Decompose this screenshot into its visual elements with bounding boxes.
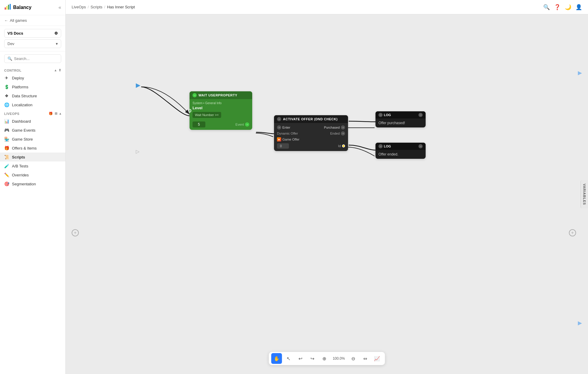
end-arrow-bottom: ▶ (578, 320, 582, 326)
back-arrow-icon: ← (4, 18, 8, 23)
log2-message: Offer ended. (378, 152, 398, 156)
cursor-icon: ↖ (287, 356, 290, 361)
sidebar-item-ab-tests[interactable]: 🧪 A/B Tests (0, 161, 65, 170)
log2-title: LOG (384, 144, 391, 148)
sidebar: Balancy « ← All games VS Docs ⚙ Dev ▾ 🔍 … (0, 0, 66, 374)
log1-header: → LOG → (375, 111, 426, 118)
breadcrumb-sep-2: / (104, 5, 105, 9)
activate-game-offer-label: Game Offer (282, 138, 299, 141)
sidebar-item-game-events[interactable]: 🎮 Game Events (0, 126, 65, 135)
sidebar-item-deploy[interactable]: ✈ Deploy (0, 73, 65, 82)
offers-icon: 🎁 (4, 146, 9, 150)
log-node-2[interactable]: → LOG → Offer ended. (375, 143, 426, 159)
segmentation-icon: 🎯 (4, 181, 9, 186)
theme-icon[interactable]: 🌙 (565, 4, 571, 10)
search-topbar-icon[interactable]: 🔍 (543, 4, 550, 10)
activate-id-row: 0 Id (277, 143, 345, 149)
breadcrumb: LiveOps / Scripts / Has Inner Script (72, 5, 135, 9)
zoom-in-icon: ⊕ (322, 356, 326, 361)
svg-rect-2 (8, 5, 9, 10)
wait-event-label: Event (235, 123, 244, 126)
account-icon[interactable]: 👤 (575, 4, 582, 10)
sidebar-item-segmentation[interactable]: 🎯 Segmentation (0, 179, 65, 188)
game-offer-icon: ■ (277, 137, 281, 141)
zoom-out-icon: ⊖ (351, 356, 355, 361)
breadcrumb-current: Has Inner Script (107, 5, 135, 9)
app-logo: Balancy (4, 4, 31, 11)
sidebar-item-offers-items[interactable]: 🎁 Offers & Items (0, 144, 65, 153)
chevron-down-icon: ▾ (56, 41, 58, 46)
canvas-arrow-left: ▷ (136, 149, 139, 154)
wait-node-path: System • General Info (193, 101, 249, 105)
sidebar-item-platforms[interactable]: 💲 Platforms (0, 82, 65, 91)
activate-dynamic-label: Dynamic Offer (277, 132, 298, 135)
canvas[interactable]: ▶ ▶ ▶ ▷ → WAIT USERPROPERTY System • Gen… (66, 14, 588, 374)
project-name-row[interactable]: VS Docs ⚙ (4, 29, 61, 38)
hand-tool-button[interactable]: ✋ (271, 353, 282, 364)
all-games-link[interactable]: ← All games (0, 15, 65, 26)
activate-offer-node[interactable]: → ACTIVATE OFFER (DND CHECK) → Enter Pur… (274, 115, 348, 151)
app-name: Balancy (13, 5, 31, 10)
help-icon[interactable]: ❓ (554, 4, 561, 10)
fit-button[interactable]: ⇔ (360, 353, 370, 364)
zoom-out-button[interactable]: ⊖ (348, 353, 358, 364)
settings-icon[interactable]: ⚙ (54, 31, 58, 36)
variables-panel-toggle[interactable]: VARIABLES (581, 180, 588, 209)
activate-node-header: → ACTIVATE OFFER (DND CHECK) (274, 115, 348, 123)
chevron-up-icon[interactable]: ▴ (55, 68, 57, 72)
dashboard-icon: 📊 (4, 119, 9, 124)
project-name: VS Docs (7, 31, 23, 36)
breadcrumb-liveops[interactable]: LiveOps (72, 5, 86, 9)
chart-icon: 📈 (374, 356, 380, 361)
sidebar-item-data-structure[interactable]: ❖ Data Structure (0, 91, 65, 100)
hand-icon: ✋ (274, 356, 280, 361)
activate-node-title: ACTIVATE OFFER (DND CHECK) (283, 117, 338, 121)
log1-port-out: → (418, 113, 423, 117)
breadcrumb-sep-1: / (88, 5, 89, 9)
sidebar-item-scripts[interactable]: 📜 Scripts (0, 153, 65, 161)
redo-button[interactable]: ↪ (307, 353, 318, 364)
wait-userproperty-node[interactable]: → WAIT USERPROPERTY System • General Inf… (190, 91, 252, 130)
wait-node-field: Level (193, 106, 249, 110)
log-node-1[interactable]: → LOG → Offer purchased! (375, 111, 426, 127)
environment-row[interactable]: Dev ▾ (4, 39, 61, 48)
sidebar-item-overrides[interactable]: ✏️ Overrides (0, 170, 65, 179)
wait-event-port: → (245, 122, 249, 127)
svg-rect-3 (10, 4, 11, 10)
search-input[interactable] (14, 56, 58, 61)
undo-button[interactable]: ↩ (295, 353, 306, 364)
share-icon[interactable]: ⬆ (59, 68, 61, 72)
chevron-up-icon[interactable]: ▴ (59, 112, 61, 116)
sidebar-item-localization[interactable]: 🌐 Localization (0, 100, 65, 109)
breadcrumb-scripts[interactable]: Scripts (90, 5, 102, 9)
sidebar-item-dashboard[interactable]: 📊 Dashboard (0, 117, 65, 126)
activate-game-offer-row: ■ Game Offer (277, 137, 345, 141)
zoom-in-button[interactable]: ⊕ (319, 353, 330, 364)
liveops-section-header: LIVEOPS 🎁 ⊞ ▴ (0, 109, 65, 117)
log2-port-out: → (418, 144, 423, 148)
topbar: LiveOps / Scripts / Has Inner Script 🔍 ❓… (66, 0, 588, 14)
undo-icon: ↩ (298, 356, 302, 361)
chart-button[interactable]: 📈 (372, 353, 382, 364)
log1-body: Offer purchased! (375, 118, 426, 127)
game-store-icon: 🏪 (4, 137, 9, 141)
sidebar-item-game-store[interactable]: 🏪 Game Store (0, 135, 65, 144)
plus-corner-bottom-right[interactable]: + (569, 229, 576, 236)
svg-rect-1 (6, 6, 7, 10)
log1-port-in: → (378, 113, 383, 117)
plus-corner-bottom-left[interactable]: + (72, 229, 79, 236)
environment-label: Dev (7, 41, 14, 46)
activate-ended-label: Ended (330, 132, 340, 135)
sidebar-collapse-button[interactable]: « (59, 5, 61, 10)
wait-value[interactable]: 5 (193, 121, 205, 127)
cursor-tool-button[interactable]: ↖ (283, 353, 294, 364)
activate-enter-purchased-row: → Enter Purchased → (277, 125, 345, 130)
overrides-icon: ✏️ (4, 173, 9, 177)
gift-icon[interactable]: 🎁 (49, 112, 53, 116)
log2-body: Offer ended. (375, 150, 426, 159)
search-box[interactable]: 🔍 (4, 54, 61, 63)
activate-purchased-label: Purchased (324, 126, 340, 129)
activate-value[interactable]: 0 (277, 143, 289, 149)
grid-icon[interactable]: ⊞ (55, 112, 58, 116)
platforms-icon: 💲 (4, 84, 9, 89)
